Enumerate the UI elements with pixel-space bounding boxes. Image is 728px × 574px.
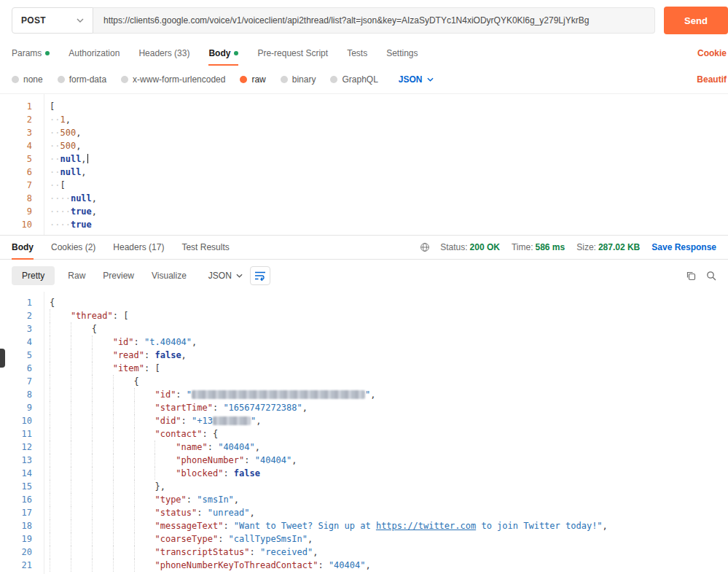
- view-tab-preview[interactable]: Preview: [101, 266, 136, 285]
- code-token: "phoneNumberKeyToThreadContact": [154, 560, 318, 570]
- code-token: "t.40404": [144, 337, 192, 347]
- code-token: null: [71, 193, 92, 203]
- indent-guide: [92, 362, 113, 375]
- indent-guide: [113, 506, 134, 519]
- mode-none[interactable]: none: [12, 74, 43, 85]
- indent-guide: [113, 454, 134, 467]
- indent-guide: [50, 336, 71, 349]
- code-token: ,: [603, 521, 608, 531]
- tab-authorization[interactable]: Authorization: [69, 41, 120, 66]
- code-token: null: [60, 154, 81, 164]
- response-tab-body[interactable]: Body: [12, 236, 34, 259]
- response-body-editor[interactable]: 1{2"thread": [3{4"id": "t.40404",5"read"…: [0, 292, 728, 574]
- postman-app: POST Send Params Authorization Headers (…: [0, 0, 728, 574]
- code-token: ,: [181, 350, 187, 360]
- code-text: ··[: [44, 179, 66, 192]
- wrap-lines-icon: [254, 271, 266, 281]
- indent-guide: [113, 467, 134, 480]
- code-text: ····null,: [44, 192, 97, 205]
- chevron-down-icon: [236, 274, 243, 278]
- cookies-link[interactable]: Cookie: [697, 48, 727, 58]
- code-token: ,: [255, 442, 260, 452]
- tab-params[interactable]: Params: [12, 41, 50, 66]
- indent-guide: [50, 388, 71, 401]
- code-token: :: [244, 455, 254, 465]
- mode-x-www-form-urlencoded[interactable]: x-www-form-urlencoded: [121, 74, 225, 85]
- code-token: ,: [313, 547, 318, 557]
- code-line: 6"item": [: [0, 362, 728, 375]
- code-text: },: [44, 480, 165, 493]
- mode-raw[interactable]: raw: [240, 74, 265, 85]
- code-text: "phoneNumberKeyToThreadContact": "40404"…: [44, 559, 371, 572]
- view-tab-pretty[interactable]: Pretty: [12, 266, 55, 285]
- tab-pre-request-script[interactable]: Pre-request Script: [257, 41, 328, 66]
- network-globe-icon[interactable]: [420, 242, 430, 252]
- request-body-editor[interactable]: 1[2··1,3··500,4··500,5··null,6··null,7··…: [0, 93, 728, 235]
- method-select[interactable]: POST: [12, 7, 93, 34]
- code-token: "phoneNumber": [176, 455, 244, 465]
- url-input[interactable]: [93, 7, 655, 34]
- indent-guide: [71, 322, 92, 336]
- indent-guide: [71, 532, 92, 546]
- indent-guide: [92, 532, 113, 546]
- code-line: 2··1,: [0, 113, 728, 126]
- response-tab-cookies[interactable]: Cookies (2): [51, 236, 95, 259]
- indent-guide: [71, 519, 92, 532]
- tab-headers[interactable]: Headers (33): [138, 41, 189, 66]
- indent-guide: [134, 454, 155, 467]
- code-token: "smsIn": [197, 495, 234, 505]
- mode-graphql[interactable]: GraphQL: [330, 74, 377, 85]
- tab-tests[interactable]: Tests: [347, 41, 367, 66]
- code-line: 7{: [0, 375, 728, 388]
- radio-icon: [58, 76, 65, 83]
- code-token: :: [318, 560, 328, 570]
- mode-label: GraphQL: [342, 74, 377, 85]
- view-tab-raw[interactable]: Raw: [66, 266, 87, 285]
- code-token: true: [71, 206, 92, 217]
- code-line: 2"thread": [: [0, 309, 728, 322]
- redacted-text: [213, 416, 251, 425]
- response-tab-test-results[interactable]: Test Results: [181, 236, 229, 259]
- left-edge-handle[interactable]: [0, 349, 5, 368]
- code-token: "40404": [255, 455, 292, 465]
- code-text: ··500,: [44, 139, 81, 152]
- code-text: "read": false,: [44, 349, 187, 362]
- indent-guide: [50, 454, 71, 467]
- view-tab-visualize[interactable]: Visualize: [150, 266, 188, 285]
- code-line: 8····null,: [0, 192, 728, 205]
- response-format-select[interactable]: JSON: [208, 271, 243, 281]
- line-number: 4: [0, 336, 44, 349]
- indent-guide: [113, 388, 134, 401]
- wrap-lines-button[interactable]: [250, 266, 270, 285]
- code-line: 4"id": "t.40404",: [0, 336, 728, 349]
- indent-guide: [92, 454, 113, 467]
- code-token: ,: [81, 167, 86, 177]
- search-button[interactable]: [706, 266, 716, 285]
- code-token: ··: [50, 180, 60, 190]
- indent-guide: [71, 480, 92, 493]
- mode-form-data[interactable]: form-data: [58, 74, 106, 85]
- tab-body[interactable]: Body: [208, 41, 238, 66]
- tab-settings[interactable]: Settings: [386, 41, 418, 66]
- code-text: [: [44, 100, 55, 113]
- line-number: 10: [0, 218, 44, 231]
- indent-guide: [134, 414, 155, 427]
- code-text: "startTime": "1656747272388",: [44, 401, 308, 414]
- code-token: :: [187, 495, 197, 505]
- code-line: 10····true: [0, 218, 728, 231]
- indent-guide: [92, 506, 113, 519]
- indent-guide: [134, 546, 155, 559]
- save-response-link[interactable]: Save Response: [651, 242, 716, 252]
- language-select[interactable]: JSON: [399, 74, 434, 85]
- indent-guide: [134, 467, 155, 480]
- request-url-bar: POST Send: [0, 0, 728, 41]
- indent-guide: [134, 427, 155, 441]
- link-text[interactable]: https://twitter.com: [376, 521, 476, 531]
- indent-guide: [71, 388, 92, 401]
- beautify-link[interactable]: Beautif: [697, 74, 727, 85]
- response-tab-headers[interactable]: Headers (17): [113, 236, 164, 259]
- indent-guide: [50, 427, 71, 441]
- send-button[interactable]: Send: [664, 7, 728, 34]
- copy-button[interactable]: [686, 266, 696, 285]
- mode-binary[interactable]: binary: [281, 74, 316, 85]
